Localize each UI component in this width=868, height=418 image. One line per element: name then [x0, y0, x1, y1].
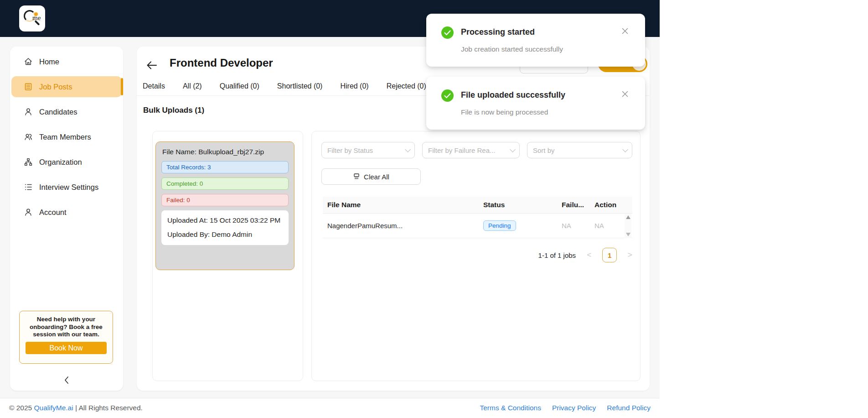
filter-failure-placeholder: Filter by Failure Rea... [428, 146, 510, 154]
sidebar-item-label: Candidates [39, 108, 77, 116]
pagination-prev-icon[interactable]: < [587, 251, 591, 260]
filter-status-placeholder: Filter by Status [327, 146, 405, 154]
tab-qualified[interactable]: Qualified (0) [220, 80, 259, 95]
chevron-down-icon [622, 146, 628, 152]
toast-message: Job creation started successfully [461, 45, 563, 53]
upload-files-panel: Filter by Status Filter by Failure Rea..… [311, 131, 641, 381]
tab-all[interactable]: All (2) [183, 80, 202, 95]
footer-links: Terms & Conditions Privacy Policy Refund… [480, 404, 651, 412]
close-icon[interactable] [621, 27, 630, 36]
uploaded-by: Uploaded By: Demo Admin [167, 230, 283, 240]
sidebar: Home Job Posts Candidates Team Members [10, 47, 123, 391]
scroll-up-icon[interactable] [626, 215, 630, 219]
book-now-button[interactable]: Book Now [26, 342, 107, 354]
row-file-name: NagenderPamuResum... [327, 214, 478, 238]
tab-hired[interactable]: Hired (0) [340, 80, 368, 95]
total-records-badge: Total Records: 3 [161, 161, 289, 173]
copyright-suffix: | All Rights Reserved. [73, 404, 143, 412]
upload-meta: Uploaded At: 15 Oct 2025 03:22 PM Upload… [161, 210, 289, 245]
team-members-icon [24, 132, 33, 141]
failed-badge: Failed: 0 [161, 194, 289, 206]
sidebar-item-label: Home [39, 57, 59, 66]
scroll-down-icon[interactable] [626, 233, 630, 236]
sidebar-item-label: Account [39, 208, 67, 217]
sidebar-item-label: Organization [39, 158, 82, 167]
bulk-upload-card[interactable]: File Name: Bulkupload_rbj27.zip Total Re… [155, 141, 294, 270]
uploaded-at: Uploaded At: 15 Oct 2025 03:22 PM [167, 215, 283, 225]
sidebar-item-team-members[interactable]: Team Members [11, 126, 122, 147]
filter-by-status-select[interactable]: Filter by Status [321, 142, 415, 158]
sidebar-collapse-button[interactable] [10, 373, 123, 387]
col-action: Action [594, 197, 622, 213]
sidebar-item-organization[interactable]: Organization [11, 152, 122, 172]
close-icon[interactable] [621, 90, 630, 99]
row-status: Pending [483, 214, 556, 238]
bulk-uploads-list: File Name: Bulkupload_rbj27.zip Total Re… [152, 131, 303, 381]
sidebar-item-account[interactable]: Account [11, 202, 122, 223]
sidebar-item-home[interactable]: Home [11, 51, 122, 72]
back-button[interactable] [146, 59, 158, 71]
table-scrollbar[interactable] [625, 214, 631, 238]
sidebar-item-label: Team Members [39, 133, 91, 141]
account-icon [24, 208, 33, 217]
sidebar-nav: Home Job Posts Candidates Team Members [10, 47, 123, 223]
pagination-page-1[interactable]: 1 [602, 248, 617, 262]
tab-rejected[interactable]: Rejected (0) [387, 80, 426, 95]
qualifyme-link[interactable]: QualifyMe.ai [34, 404, 73, 412]
onboarding-help-box: Need help with your onboarding? Book a f… [19, 311, 113, 364]
pagination: 1-1 of 1 jobs < 1 > [312, 248, 632, 262]
sidebar-item-label: Interview Settings [39, 183, 98, 192]
success-check-icon [441, 26, 454, 39]
pending-status-badge: Pending [483, 220, 516, 231]
chevron-down-icon [510, 146, 516, 152]
terms-link[interactable]: Terms & Conditions [480, 404, 541, 412]
toast-title: File uploaded successfully [461, 90, 565, 100]
col-failure: Failu... [562, 197, 589, 213]
bulk-uploads-heading: Bulk Uploads (1) [143, 106, 204, 115]
clear-filters-icon [353, 173, 360, 180]
table-header-row: File Name Status Failu... Action [323, 197, 632, 214]
arrow-left-icon [146, 59, 158, 71]
toast-processing-started: Processing started Job creation started … [426, 14, 645, 67]
qualifyme-logo[interactable]: me [19, 5, 45, 31]
chevron-left-icon [63, 376, 70, 385]
refund-link[interactable]: Refund Policy [607, 404, 651, 412]
home-icon [24, 57, 33, 66]
help-text: Need help with your onboarding? Book a f… [24, 316, 108, 339]
sidebar-item-job-posts[interactable]: Job Posts [11, 76, 122, 97]
completed-badge: Completed: 0 [161, 178, 289, 190]
sort-by-select[interactable]: Sort by [527, 142, 632, 158]
sort-by-placeholder: Sort by [533, 146, 622, 154]
chevron-down-icon [405, 146, 411, 152]
filter-by-failure-select[interactable]: Filter by Failure Rea... [422, 142, 520, 158]
sidebar-item-label: Job Posts [39, 83, 72, 91]
files-table: File Name Status Failu... Action Nagende… [323, 197, 632, 238]
pagination-summary: 1-1 of 1 jobs [538, 251, 576, 259]
table-row[interactable]: NagenderPamuResum... Pending NA NA [323, 214, 632, 238]
sidebar-item-interview-settings[interactable]: Interview Settings [11, 177, 122, 198]
col-file-name: File Name [327, 197, 478, 213]
sidebar-item-candidates[interactable]: Candidates [11, 101, 122, 122]
toast-title: Processing started [461, 27, 535, 37]
tab-shortlisted[interactable]: Shortlisted (0) [277, 80, 323, 95]
logo-text: me [32, 14, 41, 22]
toast-message: File is now being processed [461, 108, 548, 116]
organization-icon [24, 157, 33, 167]
copyright-text: © 2025 QualifyMe.ai | All Rights Reserve… [9, 404, 143, 412]
clear-all-button[interactable]: Clear All [321, 168, 421, 185]
col-status: Status [483, 197, 556, 213]
copyright-prefix: © 2025 [9, 404, 34, 412]
candidates-icon [24, 107, 33, 116]
toast-file-uploaded: File uploaded successfully File is now b… [426, 77, 645, 130]
tab-details[interactable]: Details [143, 80, 165, 95]
page-title: Frontend Developer [170, 57, 273, 69]
privacy-link[interactable]: Privacy Policy [552, 404, 596, 412]
success-check-icon [441, 89, 454, 102]
interview-settings-icon [24, 183, 33, 192]
pagination-next-icon[interactable]: > [628, 251, 632, 260]
row-failure: NA [562, 214, 589, 238]
row-action: NA [594, 214, 622, 238]
clear-all-label: Clear All [364, 173, 389, 181]
upload-file-name: File Name: Bulkupload_rbj27.zip [162, 148, 289, 156]
job-posts-icon [24, 82, 33, 91]
